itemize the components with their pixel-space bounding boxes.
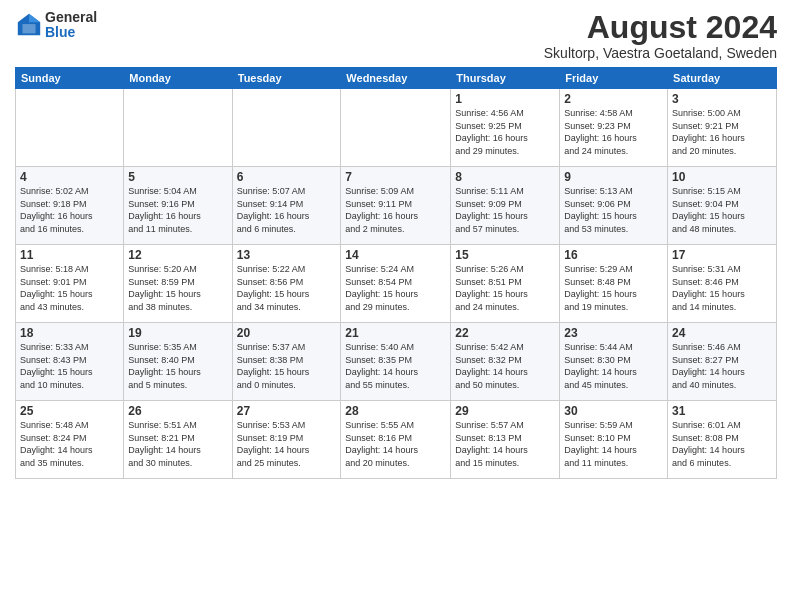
day-number: 30 [564, 404, 663, 418]
calendar-cell: 13Sunrise: 5:22 AM Sunset: 8:56 PM Dayli… [232, 245, 341, 323]
col-header-monday: Monday [124, 68, 232, 89]
col-header-saturday: Saturday [668, 68, 777, 89]
day-info: Sunrise: 5:24 AM Sunset: 8:54 PM Dayligh… [345, 263, 446, 313]
day-info: Sunrise: 5:13 AM Sunset: 9:06 PM Dayligh… [564, 185, 663, 235]
calendar-cell: 11Sunrise: 5:18 AM Sunset: 9:01 PM Dayli… [16, 245, 124, 323]
svg-rect-2 [22, 24, 35, 33]
calendar-cell: 6Sunrise: 5:07 AM Sunset: 9:14 PM Daylig… [232, 167, 341, 245]
calendar-header-row: SundayMondayTuesdayWednesdayThursdayFrid… [16, 68, 777, 89]
col-header-wednesday: Wednesday [341, 68, 451, 89]
day-info: Sunrise: 5:09 AM Sunset: 9:11 PM Dayligh… [345, 185, 446, 235]
calendar-cell: 9Sunrise: 5:13 AM Sunset: 9:06 PM Daylig… [560, 167, 668, 245]
day-info: Sunrise: 5:00 AM Sunset: 9:21 PM Dayligh… [672, 107, 772, 157]
day-info: Sunrise: 5:55 AM Sunset: 8:16 PM Dayligh… [345, 419, 446, 469]
day-number: 14 [345, 248, 446, 262]
day-number: 20 [237, 326, 337, 340]
calendar-cell: 21Sunrise: 5:40 AM Sunset: 8:35 PM Dayli… [341, 323, 451, 401]
calendar-cell: 30Sunrise: 5:59 AM Sunset: 8:10 PM Dayli… [560, 401, 668, 479]
day-number: 27 [237, 404, 337, 418]
day-info: Sunrise: 5:46 AM Sunset: 8:27 PM Dayligh… [672, 341, 772, 391]
day-info: Sunrise: 5:20 AM Sunset: 8:59 PM Dayligh… [128, 263, 227, 313]
day-number: 21 [345, 326, 446, 340]
logo-blue-label: Blue [45, 25, 97, 40]
day-info: Sunrise: 5:51 AM Sunset: 8:21 PM Dayligh… [128, 419, 227, 469]
day-number: 13 [237, 248, 337, 262]
calendar-cell: 29Sunrise: 5:57 AM Sunset: 8:13 PM Dayli… [451, 401, 560, 479]
calendar-cell: 7Sunrise: 5:09 AM Sunset: 9:11 PM Daylig… [341, 167, 451, 245]
day-number: 6 [237, 170, 337, 184]
calendar-cell: 23Sunrise: 5:44 AM Sunset: 8:30 PM Dayli… [560, 323, 668, 401]
day-number: 11 [20, 248, 119, 262]
col-header-friday: Friday [560, 68, 668, 89]
calendar-table: SundayMondayTuesdayWednesdayThursdayFrid… [15, 67, 777, 479]
day-info: Sunrise: 5:48 AM Sunset: 8:24 PM Dayligh… [20, 419, 119, 469]
day-info: Sunrise: 5:11 AM Sunset: 9:09 PM Dayligh… [455, 185, 555, 235]
day-info: Sunrise: 5:37 AM Sunset: 8:38 PM Dayligh… [237, 341, 337, 391]
day-number: 5 [128, 170, 227, 184]
calendar-cell: 25Sunrise: 5:48 AM Sunset: 8:24 PM Dayli… [16, 401, 124, 479]
calendar-cell: 27Sunrise: 5:53 AM Sunset: 8:19 PM Dayli… [232, 401, 341, 479]
calendar-cell: 22Sunrise: 5:42 AM Sunset: 8:32 PM Dayli… [451, 323, 560, 401]
day-number: 28 [345, 404, 446, 418]
day-number: 17 [672, 248, 772, 262]
day-number: 26 [128, 404, 227, 418]
calendar-week-3: 18Sunrise: 5:33 AM Sunset: 8:43 PM Dayli… [16, 323, 777, 401]
logo-text: General Blue [45, 10, 97, 41]
day-number: 31 [672, 404, 772, 418]
day-number: 2 [564, 92, 663, 106]
day-info: Sunrise: 5:35 AM Sunset: 8:40 PM Dayligh… [128, 341, 227, 391]
day-info: Sunrise: 4:56 AM Sunset: 9:25 PM Dayligh… [455, 107, 555, 157]
calendar-cell: 8Sunrise: 5:11 AM Sunset: 9:09 PM Daylig… [451, 167, 560, 245]
day-number: 24 [672, 326, 772, 340]
day-number: 4 [20, 170, 119, 184]
calendar-cell: 5Sunrise: 5:04 AM Sunset: 9:16 PM Daylig… [124, 167, 232, 245]
logo: General Blue [15, 10, 97, 41]
calendar-cell [341, 89, 451, 167]
calendar-week-1: 4Sunrise: 5:02 AM Sunset: 9:18 PM Daylig… [16, 167, 777, 245]
day-number: 10 [672, 170, 772, 184]
calendar-cell: 4Sunrise: 5:02 AM Sunset: 9:18 PM Daylig… [16, 167, 124, 245]
calendar-cell: 2Sunrise: 4:58 AM Sunset: 9:23 PM Daylig… [560, 89, 668, 167]
calendar-cell [232, 89, 341, 167]
logo-icon [15, 11, 43, 39]
calendar-week-0: 1Sunrise: 4:56 AM Sunset: 9:25 PM Daylig… [16, 89, 777, 167]
page: General Blue August 2024 Skultorp, Vaest… [0, 0, 792, 612]
calendar-title: August 2024 [544, 10, 777, 45]
day-number: 16 [564, 248, 663, 262]
calendar-week-2: 11Sunrise: 5:18 AM Sunset: 9:01 PM Dayli… [16, 245, 777, 323]
day-number: 8 [455, 170, 555, 184]
day-info: Sunrise: 5:44 AM Sunset: 8:30 PM Dayligh… [564, 341, 663, 391]
col-header-thursday: Thursday [451, 68, 560, 89]
day-info: Sunrise: 5:33 AM Sunset: 8:43 PM Dayligh… [20, 341, 119, 391]
calendar-cell: 14Sunrise: 5:24 AM Sunset: 8:54 PM Dayli… [341, 245, 451, 323]
day-info: Sunrise: 4:58 AM Sunset: 9:23 PM Dayligh… [564, 107, 663, 157]
title-block: August 2024 Skultorp, Vaestra Goetaland,… [544, 10, 777, 61]
day-info: Sunrise: 5:07 AM Sunset: 9:14 PM Dayligh… [237, 185, 337, 235]
day-info: Sunrise: 6:01 AM Sunset: 8:08 PM Dayligh… [672, 419, 772, 469]
calendar-cell: 31Sunrise: 6:01 AM Sunset: 8:08 PM Dayli… [668, 401, 777, 479]
day-number: 23 [564, 326, 663, 340]
day-number: 3 [672, 92, 772, 106]
calendar-location: Skultorp, Vaestra Goetaland, Sweden [544, 45, 777, 61]
day-number: 25 [20, 404, 119, 418]
day-number: 12 [128, 248, 227, 262]
day-info: Sunrise: 5:04 AM Sunset: 9:16 PM Dayligh… [128, 185, 227, 235]
day-number: 9 [564, 170, 663, 184]
day-info: Sunrise: 5:40 AM Sunset: 8:35 PM Dayligh… [345, 341, 446, 391]
day-info: Sunrise: 5:22 AM Sunset: 8:56 PM Dayligh… [237, 263, 337, 313]
calendar-week-4: 25Sunrise: 5:48 AM Sunset: 8:24 PM Dayli… [16, 401, 777, 479]
calendar-cell: 24Sunrise: 5:46 AM Sunset: 8:27 PM Dayli… [668, 323, 777, 401]
calendar-cell: 28Sunrise: 5:55 AM Sunset: 8:16 PM Dayli… [341, 401, 451, 479]
day-info: Sunrise: 5:02 AM Sunset: 9:18 PM Dayligh… [20, 185, 119, 235]
day-info: Sunrise: 5:53 AM Sunset: 8:19 PM Dayligh… [237, 419, 337, 469]
day-info: Sunrise: 5:31 AM Sunset: 8:46 PM Dayligh… [672, 263, 772, 313]
calendar-cell: 12Sunrise: 5:20 AM Sunset: 8:59 PM Dayli… [124, 245, 232, 323]
calendar-cell: 26Sunrise: 5:51 AM Sunset: 8:21 PM Dayli… [124, 401, 232, 479]
day-info: Sunrise: 5:18 AM Sunset: 9:01 PM Dayligh… [20, 263, 119, 313]
calendar-cell: 17Sunrise: 5:31 AM Sunset: 8:46 PM Dayli… [668, 245, 777, 323]
calendar-cell: 1Sunrise: 4:56 AM Sunset: 9:25 PM Daylig… [451, 89, 560, 167]
calendar-cell: 16Sunrise: 5:29 AM Sunset: 8:48 PM Dayli… [560, 245, 668, 323]
svg-marker-1 [29, 14, 40, 22]
header: General Blue August 2024 Skultorp, Vaest… [15, 10, 777, 61]
day-info: Sunrise: 5:15 AM Sunset: 9:04 PM Dayligh… [672, 185, 772, 235]
